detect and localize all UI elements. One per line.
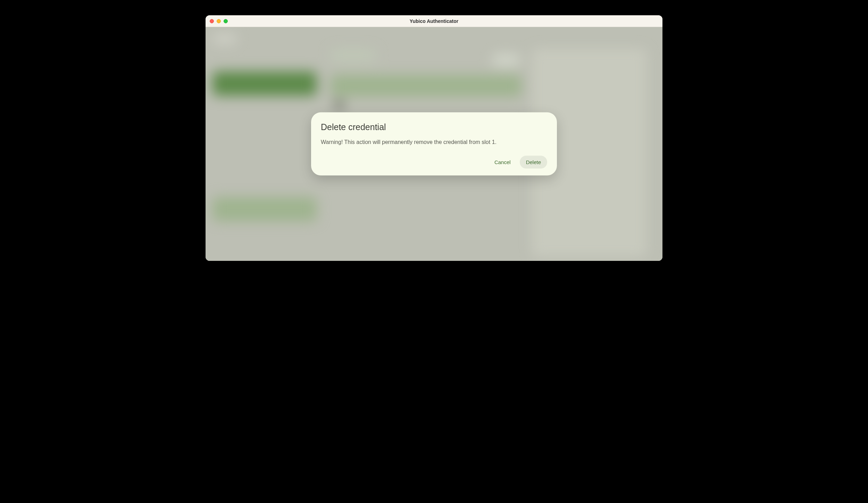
app-window: Yubico Authenticator Delete credential W… <box>206 15 662 261</box>
dialog-actions: Cancel Delete <box>321 156 547 169</box>
zoom-icon[interactable] <box>224 19 228 23</box>
minimize-icon[interactable] <box>217 19 221 23</box>
delete-button[interactable]: Delete <box>520 156 547 169</box>
dialog-message: Warning! This action will permanently re… <box>321 138 547 146</box>
close-icon[interactable] <box>210 19 214 23</box>
dialog-title: Delete credential <box>321 122 547 132</box>
window-controls <box>210 19 228 23</box>
delete-credential-dialog: Delete credential Warning! This action w… <box>311 112 557 176</box>
content-area: Delete credential Warning! This action w… <box>206 27 662 261</box>
titlebar: Yubico Authenticator <box>206 15 662 27</box>
cancel-button[interactable]: Cancel <box>488 156 517 169</box>
window-title: Yubico Authenticator <box>410 18 458 24</box>
